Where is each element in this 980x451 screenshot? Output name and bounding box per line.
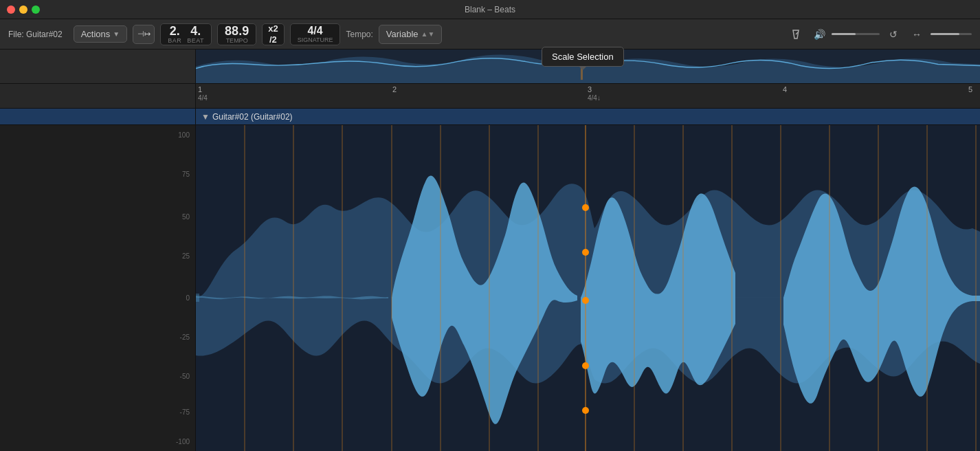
bar-value: 2.	[170, 25, 180, 37]
zoom-fill	[931, 33, 959, 35]
mult-display[interactable]: x2 /2	[262, 23, 284, 45]
ruler-num-1: 1	[196, 84, 202, 94]
volume-icon[interactable]: 🔊	[810, 25, 829, 44]
y-axis: 100 75 50 25 0 -25 -50 -75 -100	[0, 125, 196, 451]
svg-point-26	[582, 362, 589, 369]
beat-value: 4.	[190, 25, 201, 37]
ruler-bar: 1 4/4 2 3 4/4↓ 4 5	[0, 84, 980, 109]
overview-left	[0, 50, 196, 83]
metronome-button[interactable]	[786, 25, 805, 44]
actions-label: Actions	[81, 29, 111, 39]
overview-waveform[interactable]	[196, 50, 980, 83]
ruler-num-5: 5	[966, 84, 972, 94]
svg-point-24	[582, 249, 589, 256]
window-controls	[7, 6, 40, 14]
tempo-display[interactable]: 88.9 TEMPO	[217, 23, 256, 45]
tempo-sub: TEMPO	[226, 37, 248, 44]
mult-x2: x2	[268, 23, 278, 34]
y-label-50: 50	[182, 212, 190, 220]
svg-point-27	[582, 407, 589, 414]
mult-div2: /2	[269, 34, 277, 45]
y-label-n25: -25	[180, 333, 190, 341]
ruler-num-3: 3	[586, 84, 592, 94]
ruler-mark-4: 4	[781, 84, 787, 94]
waveform-area[interactable]	[196, 125, 980, 451]
chevron-down-icon: ▼	[113, 30, 120, 38]
ruler-num-2: 2	[390, 84, 397, 94]
waveform-svg	[196, 125, 980, 451]
loop-button[interactable]: ↔	[907, 25, 926, 44]
title-bar: Blank – Beats	[0, 0, 980, 19]
track-name-arrow: ▼	[201, 112, 210, 122]
bar-sub: BAR	[168, 37, 181, 44]
volume-slider[interactable]	[832, 33, 880, 35]
svg-point-25	[582, 297, 589, 304]
ruler-mark-2: 2	[390, 84, 397, 94]
ruler-mark-1: 1 4/4	[196, 84, 208, 102]
ruler-mark-3: 3 4/4↓	[586, 84, 601, 102]
overview-bar	[0, 50, 980, 84]
tempo-variable-selector[interactable]: Variable ▲▼	[379, 25, 443, 44]
main-area: 100 75 50 25 0 -25 -50 -75 -100	[0, 125, 980, 451]
y-label-0: 0	[186, 294, 190, 302]
ruler-num-4: 4	[781, 84, 787, 94]
track-header-content: ▼ Guitar#02 (Guitar#02)	[196, 109, 980, 124]
close-button[interactable]	[7, 6, 15, 14]
toolbar-right: 🔊 ↺ ↔	[786, 25, 972, 44]
minimize-button[interactable]	[19, 6, 27, 14]
volume-fill	[832, 33, 856, 35]
file-label: File: Guitar#02	[8, 30, 63, 39]
beat-sub: BEAT	[187, 37, 204, 44]
toolbar: File: Guitar#02 Actions ▼ ⊣↦ 2. BAR 4. B…	[0, 19, 980, 50]
tempo-value: 88.9	[225, 25, 249, 37]
tempo-block: 88.9 TEMPO	[225, 25, 249, 44]
refresh-button[interactable]: ↺	[884, 25, 903, 44]
svg-rect-3	[581, 53, 583, 80]
svg-point-23	[582, 204, 589, 211]
maximize-button[interactable]	[32, 6, 40, 14]
signature-display[interactable]: 4/4 SIGNATURE	[290, 23, 341, 45]
beat-block: 4. BEAT	[187, 25, 204, 44]
y-label-n75: -75	[180, 408, 190, 416]
ruler-left	[0, 84, 196, 108]
window-title: Blank – Beats	[465, 5, 515, 14]
sig-value: 4/4	[307, 25, 322, 36]
tempo-label: Tempo:	[346, 30, 372, 39]
y-label-100: 100	[178, 131, 190, 139]
volume-area: 🔊	[810, 25, 880, 44]
track-name: ▼ Guitar#02 (Guitar#02)	[201, 112, 293, 122]
bar-beat-display[interactable]: 2. BAR 4. BEAT	[160, 23, 212, 45]
bar-block: 2. BAR	[168, 25, 181, 44]
track-header-row: ▼ Guitar#02 (Guitar#02)	[0, 109, 980, 125]
overview-svg	[196, 50, 980, 83]
y-label-75: 75	[182, 170, 190, 178]
tempo-var-label: Variable	[386, 29, 419, 39]
ruler-mark-5: 5	[966, 84, 972, 94]
track-name-text: Guitar#02 (Guitar#02)	[212, 112, 293, 122]
ruler-sig-1: 4/4	[196, 94, 208, 102]
y-label-n100: -100	[176, 437, 190, 445]
snap-icon: ⊣↦	[137, 30, 151, 38]
y-label-n50: -50	[180, 372, 190, 380]
track-header-left	[0, 109, 196, 124]
snap-button[interactable]: ⊣↦	[133, 25, 155, 44]
metronome-icon	[790, 29, 801, 40]
zoom-slider[interactable]	[931, 33, 972, 35]
ruler-content: 1 4/4 2 3 4/4↓ 4 5	[196, 84, 980, 108]
ruler-sig-3: 4/4↓	[586, 94, 601, 102]
y-label-25: 25	[182, 252, 190, 259]
sig-sub: SIGNATURE	[298, 36, 333, 43]
chevron-down-icon: ▲▼	[421, 30, 435, 38]
actions-button[interactable]: Actions ▼	[74, 25, 128, 43]
